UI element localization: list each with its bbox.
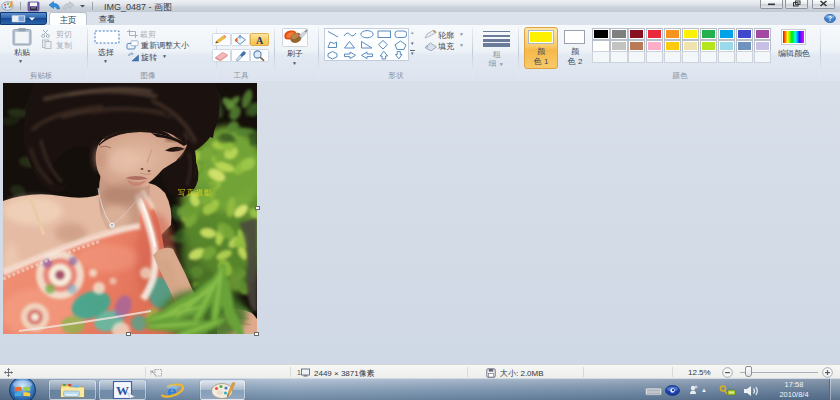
svg-text:写真摄影: 写真摄影 [178, 188, 213, 197]
svg-text:A: A [256, 35, 264, 46]
svg-text:1: 1 [297, 369, 301, 376]
svg-text:W: W [116, 383, 129, 398]
svg-text:?: ? [828, 15, 832, 22]
